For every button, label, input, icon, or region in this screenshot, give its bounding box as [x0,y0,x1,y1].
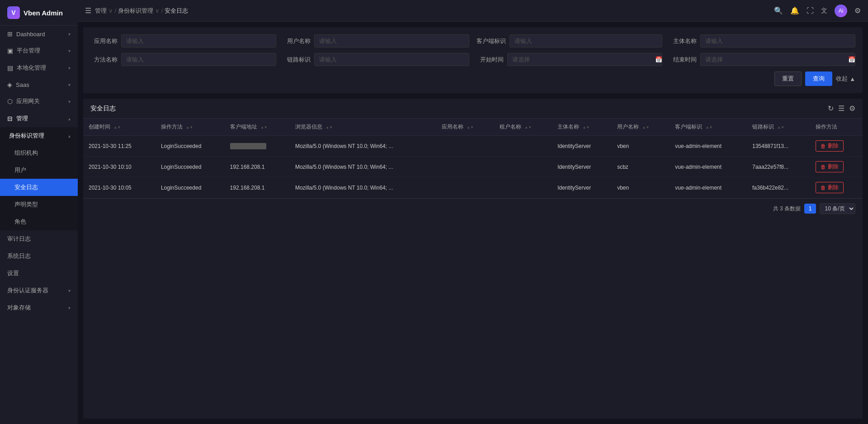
filter-input-trace[interactable] [314,53,469,66]
sidebar-item-object-storage[interactable]: 对象存储 ▾ [0,299,78,316]
sort-icon: ▲▼ [467,126,474,129]
bell-icon[interactable]: 🔔 [790,6,799,15]
columns-icon[interactable]: ☰ [838,104,844,113]
chevron-down-icon: ▴ [68,116,71,121]
sidebar-label-org: 组织机构 [14,149,38,157]
breadcrumb-sep-2: ∨ / [155,7,163,14]
sidebar-item-manage[interactable]: ⊟ 管理 ▴ [0,110,78,127]
collapse-button[interactable]: 收起 ▲ [836,75,855,83]
cell-app-name [436,136,494,157]
header-right: 🔍 🔔 ⛶ 文 Ai ⚙ [774,5,861,17]
col-header-browser[interactable]: 浏览器信息 ▲▼ [290,119,436,136]
col-header-client-addr[interactable]: 客户端地址 ▲▼ [225,119,290,136]
manage-icon: ⊟ [7,115,13,122]
filter-label-method: 方法名称 [90,56,118,64]
sidebar-item-dashboard[interactable]: ⊞ Dashboard ▾ [0,26,78,42]
sidebar-item-settings[interactable]: 设置 [0,265,78,282]
filter-field-trace: 链路标识 [283,53,469,66]
chevron-icon: ▾ [68,66,71,71]
filter-input-method[interactable] [121,53,276,66]
sidebar-item-claim-type[interactable]: 声明类型 [0,196,78,213]
breadcrumb-identity[interactable]: 身份标识管理 [118,7,153,15]
sidebar-item-user[interactable]: 用户 [0,162,78,179]
chevron-icon: ▾ [68,288,71,293]
sidebar-item-gateway[interactable]: ⬡ 应用网关 ▾ [0,93,78,110]
page-size-select[interactable]: 10 条/页 20 条/页 50 条/页 [820,203,855,214]
chevron-icon: ▾ [68,99,71,104]
settings-table-icon[interactable]: ⚙ [849,104,855,113]
sidebar-item-security-log[interactable]: 安全日志 [0,179,78,196]
col-header-operation: 操作方法 [810,119,863,136]
filter-input-end-time[interactable] [700,53,855,66]
cell-app-name [436,157,494,177]
dashboard-icon: ⊞ [7,30,13,38]
filter-input-username[interactable] [314,34,469,48]
sidebar-item-system-log[interactable]: 系统日志 [0,248,78,265]
cell-user-name: vben [612,177,670,198]
sidebar-item-identity[interactable]: 身份标识管理 ▴ [0,127,78,144]
pagination-bar: 共 3 条数据 1 10 条/页 20 条/页 50 条/页 [83,198,863,219]
filter-label-client-id: 客户端标识 [476,37,506,45]
header-left: ☰ 管理 ∨ / 身份标识管理 ∨ / 安全日志 [85,6,188,15]
avatar[interactable]: Ai [835,5,847,17]
filter-input-app-name[interactable] [121,34,276,48]
table-wrapper: 创建时间 ▲▼ 操作方法 ▲▼ 客户端地址 ▲▼ [83,119,863,198]
gateway-icon: ⬡ [7,98,13,105]
filter-input-subject[interactable] [700,34,855,48]
col-header-tenant[interactable]: 租户名称 ▲▼ [494,119,552,136]
platform-icon: ▣ [7,47,13,54]
calendar-icon[interactable]: 📅 [655,56,662,63]
cell-browser: Mozilla/5.0 (Windows NT 10.0; Win64; ... [290,177,436,198]
main-content: ☰ 管理 ∨ / 身份标识管理 ∨ / 安全日志 🔍 🔔 ⛶ 文 Ai ⚙ [78,0,868,424]
query-button[interactable]: 查询 [805,71,832,86]
sidebar-label-dashboard: Dashboard [16,31,45,38]
refresh-icon[interactable]: ↻ [828,104,834,113]
filter-input-start-time[interactable] [507,53,662,66]
col-header-created-at[interactable]: 创建时间 ▲▼ [83,119,156,136]
sidebar-item-audit-log[interactable]: 审计日志 [0,230,78,248]
delete-button[interactable]: 🗑 删除 [816,140,844,152]
fullscreen-icon[interactable]: ⛶ [807,7,814,15]
sidebar-label-system-log: 系统日志 [7,252,31,260]
col-header-app-name[interactable]: 应用名称 ▲▼ [436,119,494,136]
total-count: 共 3 条数据 [773,205,801,213]
col-header-user-name[interactable]: 用户名称 ▲▼ [612,119,670,136]
col-header-subject[interactable]: 主体名称 ▲▼ [552,119,612,136]
filter-input-client-id[interactable] [509,34,662,48]
sidebar-item-role[interactable]: 角色 [0,213,78,230]
cell-trace-id: 13548871f13... [747,136,810,157]
sidebar-label-role: 角色 [14,218,26,226]
filter-label-app-name: 应用名称 [90,37,118,45]
translate-icon[interactable]: 文 [821,7,827,15]
logo-text: Vben Admin [24,9,63,17]
delete-button[interactable]: 🗑 删除 [816,182,844,193]
sidebar: V Vben Admin ⊞ Dashboard ▾ ▣ 平台管理 ▾ ▤ 本地… [0,0,78,424]
delete-label: 删除 [828,184,839,191]
menu-toggle-icon[interactable]: ☰ [85,6,91,15]
sidebar-item-saas[interactable]: ◈ Saas ▾ [0,76,78,93]
delete-button[interactable]: 🗑 删除 [816,161,844,172]
calendar-end-icon[interactable]: 📅 [848,56,855,63]
cell-created-at: 2021-10-30 11:25 [83,136,156,157]
cell-user-name: scbz [612,157,670,177]
settings-icon[interactable]: ⚙ [854,6,861,15]
col-header-action[interactable]: 操作方法 ▲▼ [156,119,225,136]
sidebar-item-org[interactable]: 组织机构 [0,144,78,162]
sidebar-item-platform[interactable]: ▣ 平台管理 ▾ [0,42,78,59]
filter-field-app-name: 应用名称 [90,34,276,48]
sidebar-item-auth-server[interactable]: 身份认证服务器 ▾ [0,282,78,299]
cell-client-addr: 192.168.208.1 [225,157,290,177]
content-area: 应用名称 用户名称 客户端标识 主体名称 方法 [78,22,868,424]
filter-label-subject: 主体名称 [670,37,697,45]
sidebar-label-claim-type: 声明类型 [14,200,38,209]
reset-button[interactable]: 重置 [774,71,802,86]
search-icon[interactable]: 🔍 [774,6,783,15]
col-header-trace-id[interactable]: 链路标识 ▲▼ [747,119,810,136]
page-btn-1[interactable]: 1 [804,204,816,214]
table-body: 2021-10-30 11:25 LoginSucceeded Mozilla/… [83,136,863,198]
sort-icon: ▲▼ [326,126,333,129]
filter-panel: 应用名称 用户名称 客户端标识 主体名称 方法 [83,27,863,93]
breadcrumb-manage[interactable]: 管理 [95,7,107,15]
sidebar-item-locale[interactable]: ▤ 本地化管理 ▾ [0,59,78,76]
col-header-client-id[interactable]: 客户端标识 ▲▼ [670,119,747,136]
